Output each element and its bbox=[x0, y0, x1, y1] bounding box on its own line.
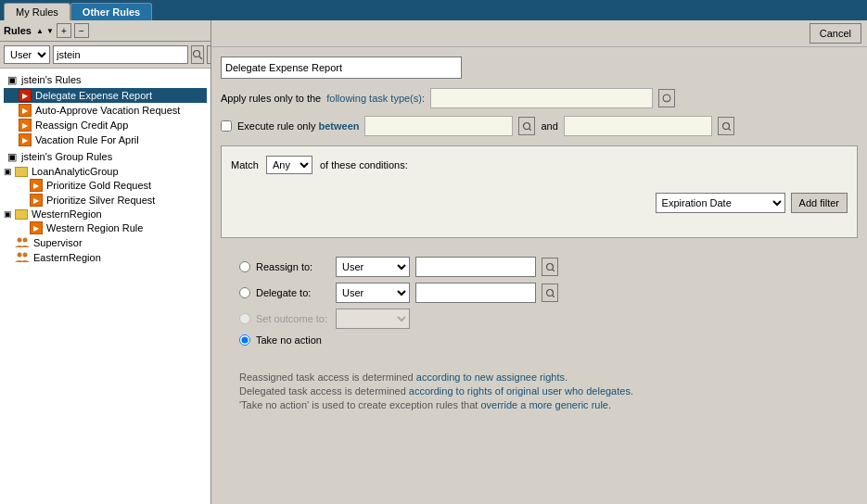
tab-other-rules[interactable]: Other Rules bbox=[70, 3, 152, 20]
set-outcome-label: Set outcome to: bbox=[256, 313, 330, 324]
svg-point-4 bbox=[18, 253, 22, 258]
expander-icon: ▣ bbox=[7, 151, 19, 163]
take-no-action-row: Take no action bbox=[239, 334, 839, 346]
tree-item-gold-request[interactable]: ▶ Prioritize Gold Request bbox=[4, 178, 207, 193]
add-filter-button[interactable]: Add filter bbox=[791, 193, 848, 213]
right-content: Apply rules only to the following task t… bbox=[211, 47, 867, 504]
tree-item-label: Reassign Credit App bbox=[35, 120, 128, 131]
add-rule-button[interactable]: + bbox=[57, 23, 71, 38]
rule-icon-orange: ▶ bbox=[30, 194, 43, 207]
task-type-browse-button[interactable]: ... bbox=[658, 89, 675, 107]
delegate-value-input[interactable] bbox=[415, 283, 536, 303]
task-type-input[interactable] bbox=[430, 88, 653, 108]
svg-point-3 bbox=[23, 238, 28, 243]
search-icon bbox=[192, 49, 203, 60]
execute-rule-checkbox[interactable] bbox=[221, 120, 232, 132]
reassign-value-input[interactable] bbox=[415, 257, 536, 277]
rules-toolbar: Rules ▲ ▼ + − bbox=[0, 20, 210, 42]
svg-line-9 bbox=[529, 129, 531, 131]
reassign-label: Reassign to: bbox=[256, 261, 330, 272]
rule-icon-orange: ▶ bbox=[19, 119, 32, 132]
apply-rules-row: Apply rules only to the following task t… bbox=[221, 88, 858, 108]
info-line-2: Delegated task access is determined acco… bbox=[239, 385, 839, 397]
tree-item-delegate-expense[interactable]: ▶ Delegate Expense Report bbox=[4, 88, 207, 103]
supervisor-label: Supervisor bbox=[33, 237, 83, 248]
apply-label: Apply rules only to the bbox=[221, 93, 321, 104]
browse-icon bbox=[721, 121, 731, 131]
execute-label: Execute rule only between bbox=[237, 120, 359, 132]
set-outcome-select[interactable] bbox=[336, 309, 410, 329]
search-row: User Go bbox=[0, 42, 210, 69]
tab-my-rules[interactable]: My Rules bbox=[4, 3, 70, 20]
cancel-button[interactable]: Cancel bbox=[810, 23, 861, 44]
info-link-1[interactable]: according to new assignee rights. bbox=[416, 372, 567, 383]
right-toolbar: Cancel bbox=[211, 20, 867, 47]
set-outcome-radio[interactable] bbox=[239, 313, 250, 324]
rule-icon-orange: ▶ bbox=[19, 104, 32, 117]
tree-item-western-region-rule[interactable]: ▶ Western Region Rule bbox=[4, 220, 207, 235]
conditions-filter-row: Expiration Date Task Name Priority Creat… bbox=[231, 193, 848, 213]
tree-group-western[interactable]: ▣ WesternRegion bbox=[4, 208, 207, 220]
user-type-select[interactable]: User bbox=[4, 45, 50, 64]
delegate-type-select[interactable]: User bbox=[336, 283, 410, 303]
tree-item-silver-request[interactable]: ▶ Prioritize Silver Request bbox=[4, 193, 207, 208]
tree-item-reassign-credit[interactable]: ▶ Reassign Credit App bbox=[4, 118, 207, 132]
delegate-radio[interactable] bbox=[239, 287, 250, 298]
svg-line-15 bbox=[553, 296, 555, 297]
tree-item-eastern[interactable]: ▣ EasternRegion bbox=[4, 250, 207, 265]
tree-item-label: Vacation Rule For April bbox=[35, 134, 139, 145]
browse-icon bbox=[545, 288, 555, 297]
delegate-browse-button[interactable] bbox=[542, 284, 558, 302]
remove-rule-button[interactable]: − bbox=[74, 23, 89, 38]
between-start-browse-button[interactable] bbox=[518, 117, 535, 135]
between-end-browse-button[interactable] bbox=[718, 117, 734, 135]
browse-icon: ... bbox=[662, 94, 671, 103]
tree-group-loan[interactable]: ▣ LoanAnalyticGroup bbox=[4, 165, 207, 178]
tree-item-label: Western Region Rule bbox=[46, 222, 143, 233]
western-group-label: WesternRegion bbox=[32, 208, 102, 220]
info-link-3[interactable]: override a more generic rule. bbox=[480, 399, 611, 410]
people-icon bbox=[15, 236, 30, 249]
rule-icon-orange: ▶ bbox=[30, 179, 43, 192]
reassign-row: Reassign to: User bbox=[239, 257, 839, 277]
tree-item-supervisor[interactable]: ▣ Supervisor bbox=[4, 235, 207, 250]
conditions-box: Match Any All of these conditions: Expir… bbox=[221, 145, 858, 238]
expander-icon: ▣ bbox=[4, 167, 12, 176]
expander-icon: ▣ bbox=[7, 74, 19, 86]
expander-icon: ▣ bbox=[4, 209, 12, 219]
between-end-input[interactable] bbox=[564, 116, 712, 136]
delegate-row: Delegate to: User bbox=[239, 283, 839, 303]
filter-select[interactable]: Expiration Date Task Name Priority Creat… bbox=[656, 193, 785, 213]
tree-item-auto-approve[interactable]: ▶ Auto-Approve Vacation Request bbox=[4, 103, 207, 118]
info-text-section: Reassigned task access is determined acc… bbox=[221, 364, 858, 421]
reassign-radio[interactable] bbox=[239, 261, 250, 272]
svg-point-8 bbox=[524, 123, 530, 130]
take-no-action-radio[interactable] bbox=[239, 334, 250, 346]
sort-up-icon[interactable]: ▲ bbox=[36, 27, 44, 35]
set-outcome-row: Set outcome to: bbox=[239, 309, 839, 329]
left-panel: Rules ▲ ▼ + − User Go ▣ bbox=[0, 20, 211, 504]
between-start-input[interactable] bbox=[364, 116, 513, 136]
folder-icon bbox=[15, 167, 28, 177]
tab-bar: My Rules Other Rules bbox=[0, 0, 867, 20]
reassign-type-select[interactable]: User bbox=[336, 257, 410, 277]
info-link-2[interactable]: according to rights of original user who… bbox=[409, 385, 633, 397]
execute-rule-row: Execute rule only between and bbox=[221, 116, 858, 136]
browse-icon bbox=[545, 262, 555, 271]
reassign-browse-button[interactable] bbox=[542, 258, 558, 276]
tree-section-jstein-rules[interactable]: ▣ jstein's Rules bbox=[4, 74, 207, 86]
tree-item-vacation-april[interactable]: ▶ Vacation Rule For April bbox=[4, 132, 207, 147]
search-icon-button[interactable] bbox=[191, 45, 204, 64]
rule-name-input[interactable] bbox=[221, 57, 462, 79]
sort-down-icon[interactable]: ▼ bbox=[46, 27, 54, 35]
tree-item-label: Prioritize Silver Request bbox=[46, 195, 155, 206]
delegate-label: Delegate to: bbox=[256, 287, 330, 298]
conditions-match-row: Match Any All of these conditions: bbox=[231, 156, 848, 174]
tree-section-group-rules[interactable]: ▣ jstein's Group Rules bbox=[4, 151, 207, 163]
svg-line-13 bbox=[553, 270, 555, 271]
search-input[interactable] bbox=[53, 45, 188, 64]
people-icon bbox=[15, 251, 30, 264]
loan-group-label: LoanAnalyticGroup bbox=[32, 166, 119, 177]
jstein-rules-label: jstein's Rules bbox=[21, 74, 81, 85]
match-select[interactable]: Any All bbox=[266, 156, 312, 174]
